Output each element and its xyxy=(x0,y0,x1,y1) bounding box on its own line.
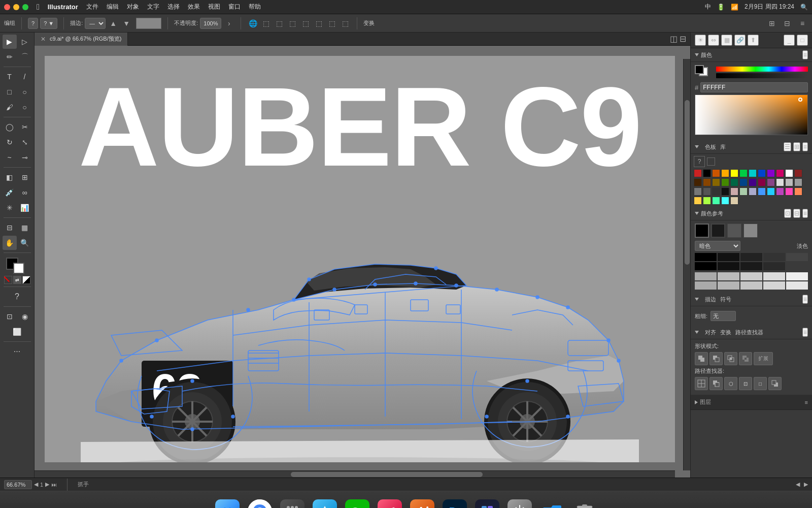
symbol-sprayer[interactable]: ✳ xyxy=(3,201,17,215)
color-picker-handle[interactable] xyxy=(798,98,802,102)
stroke-arrow-down[interactable]: ▼ xyxy=(121,18,132,29)
swatch-orange[interactable] xyxy=(721,169,729,177)
swatch-gray-5[interactable] xyxy=(712,187,720,196)
align-panel-menu[interactable]: ≡ xyxy=(802,328,808,337)
stroke-panel-menu[interactable]: ≡ xyxy=(802,295,808,304)
light-10[interactable] xyxy=(786,281,808,290)
dock-puzzle[interactable] xyxy=(473,497,501,509)
none-swatch[interactable] xyxy=(4,276,12,284)
swatch-green[interactable] xyxy=(739,169,748,177)
swatch-green-light[interactable] xyxy=(739,187,748,196)
swatch-tan[interactable] xyxy=(730,197,738,205)
swatch-lime[interactable] xyxy=(703,197,711,205)
horizontal-scrollbar[interactable] xyxy=(35,470,675,478)
share-icon[interactable]: ⬆ xyxy=(748,35,759,46)
paint-bucket[interactable]: 🖌 xyxy=(3,100,17,114)
layers-panel-menu[interactable]: ≡ xyxy=(805,399,808,405)
artboard[interactable]: AUBER C9 xyxy=(45,56,675,462)
swatch-bright-blue[interactable] xyxy=(758,187,766,196)
sun-icon[interactable]: ☀ xyxy=(695,35,706,46)
scissors-tool[interactable]: ✂ xyxy=(18,120,32,134)
dark-9[interactable] xyxy=(763,262,785,270)
ref-swatch-dark[interactable] xyxy=(711,224,725,238)
slice-tool[interactable]: ▦ xyxy=(18,220,32,235)
swatches-list-view[interactable]: ☰ xyxy=(784,142,791,151)
dock-trash[interactable] xyxy=(570,497,599,509)
swatch-sky-blue[interactable] xyxy=(767,187,775,196)
dock-folder[interactable] xyxy=(538,497,566,509)
search-icon[interactable]: 🔍 xyxy=(800,4,808,11)
align-btn-1[interactable]: ⬚ xyxy=(260,18,272,29)
menu-view[interactable]: 视图 xyxy=(208,3,220,11)
dark-5[interactable] xyxy=(786,253,808,261)
swatch-black[interactable] xyxy=(703,169,711,177)
end-btn[interactable]: ⏭ xyxy=(51,482,57,488)
align-btn-3[interactable]: ⬚ xyxy=(287,18,298,29)
none-swatch-panel[interactable]: ? xyxy=(694,156,705,167)
dock-launchpad[interactable] xyxy=(278,497,307,509)
dark-3[interactable] xyxy=(740,253,762,261)
pen-tool[interactable]: ✏ xyxy=(3,50,17,64)
swatch-mint[interactable] xyxy=(712,197,720,205)
swatch-dark-pink[interactable] xyxy=(758,178,766,186)
color-ref-adjust-2[interactable]: ⊟ xyxy=(793,209,800,218)
hue-slider[interactable] xyxy=(716,67,808,72)
dark-color-select[interactable]: 暗色 xyxy=(695,241,740,251)
canvas-tab[interactable]: ✕ c9.ai* @ 66.67% (RGB/预览) xyxy=(35,33,128,46)
exclude-btn[interactable] xyxy=(739,352,752,365)
vertical-scrollbar[interactable] xyxy=(683,59,690,470)
swatch-dark-blue[interactable] xyxy=(739,178,748,186)
draw-inside[interactable]: ⊡ xyxy=(3,309,17,324)
swatch-mauve[interactable] xyxy=(767,178,775,186)
warp-tool[interactable]: ~ xyxy=(3,150,17,165)
color-ref-adjust-1[interactable]: ⊡ xyxy=(784,209,791,218)
line-tool[interactable]: / xyxy=(18,70,32,84)
align-btn-5[interactable]: ⬚ xyxy=(313,18,324,29)
mesh-tool[interactable]: ⊞ xyxy=(18,170,32,184)
dock-wechat[interactable] xyxy=(343,497,371,509)
swatch-brown[interactable] xyxy=(694,178,702,186)
dock-finder[interactable] xyxy=(213,497,242,509)
menu-object[interactable]: 对象 xyxy=(127,3,139,11)
swatch-dark-purple[interactable] xyxy=(749,178,757,186)
swatch-hot-pink[interactable] xyxy=(785,187,793,196)
dark-1[interactable] xyxy=(695,253,717,261)
type-tool[interactable]: T xyxy=(3,70,17,84)
swatch-dark-red[interactable] xyxy=(794,169,802,177)
tab-close-icon[interactable]: ✕ xyxy=(41,36,46,43)
screen-mode[interactable]: ⬜ xyxy=(10,325,24,339)
h-scrollbar-thumb[interactable] xyxy=(291,472,483,477)
blend-tool[interactable]: ∞ xyxy=(18,185,32,200)
dock-system-prefs[interactable] xyxy=(505,497,534,509)
color-ref-header[interactable]: 颜色参考 ⊡ ⊟ ≡ xyxy=(691,207,812,220)
swatch-teal[interactable] xyxy=(730,178,738,186)
color-ref-menu[interactable]: ≡ xyxy=(802,209,808,218)
dark-6[interactable] xyxy=(695,262,717,270)
swatch-pink[interactable] xyxy=(776,169,784,177)
swatch-light-gray[interactable] xyxy=(776,178,784,186)
swatch-olive[interactable] xyxy=(712,178,720,186)
swatch-gold[interactable] xyxy=(694,197,702,205)
swatches-grid-view[interactable]: ⊞ xyxy=(793,142,800,151)
artboard-tool[interactable]: ⊟ xyxy=(3,220,17,235)
align-btn-2[interactable]: ⬚ xyxy=(274,18,285,29)
maximize-button[interactable] xyxy=(22,4,28,10)
stroke-select[interactable]: — xyxy=(85,18,106,29)
opacity-value[interactable]: 100% xyxy=(200,18,221,29)
library-icon[interactable]: ▦ xyxy=(721,35,732,46)
color-fill-indicator[interactable] xyxy=(695,65,704,74)
dark-2[interactable] xyxy=(718,253,739,261)
panel-maximize[interactable]: □ xyxy=(797,35,808,46)
canvas-container[interactable]: AUBER C9 xyxy=(35,46,690,478)
status-left-expand[interactable]: ◀ xyxy=(796,481,800,488)
link-icon[interactable]: 🔗 xyxy=(734,35,746,46)
trim-btn[interactable] xyxy=(709,377,723,390)
apple-menu[interactable]:  xyxy=(37,3,40,12)
align-btn-7[interactable]: ⬚ xyxy=(340,18,351,29)
stroke-swatch[interactable] xyxy=(13,263,24,274)
dock-photoshop[interactable]: Ps xyxy=(441,497,469,509)
dark-10[interactable] xyxy=(786,262,808,270)
dock-music[interactable] xyxy=(376,497,404,509)
opacity-more[interactable]: › xyxy=(223,18,234,29)
swatch-pink-light[interactable] xyxy=(730,187,738,196)
